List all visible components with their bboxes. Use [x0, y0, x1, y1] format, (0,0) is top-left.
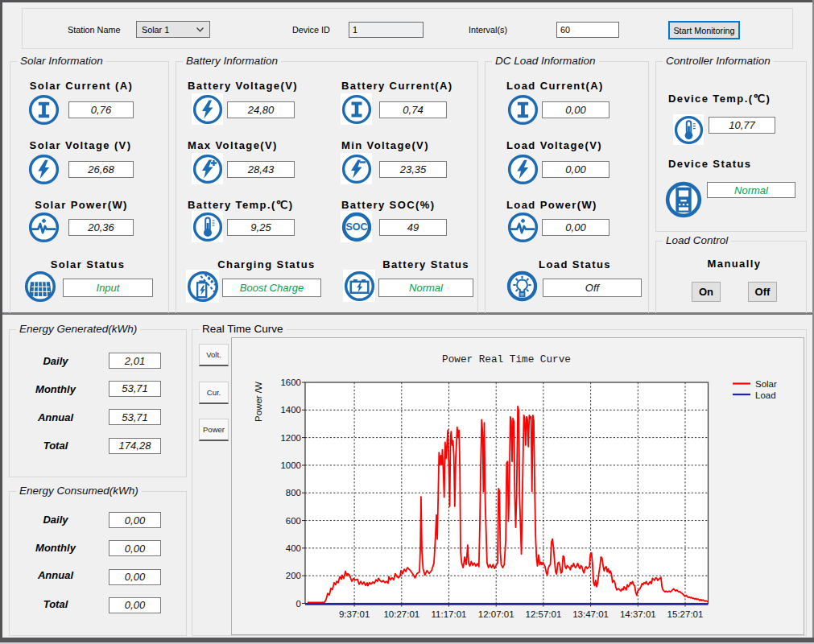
svg-text:SOC: SOC: [345, 221, 367, 233]
svg-text:Power Real Time Curve: Power Real Time Curve: [442, 353, 571, 365]
svg-text:800: 800: [286, 488, 301, 497]
svg-text:1200: 1200: [280, 433, 301, 443]
svg-text:Solar: Solar: [755, 379, 777, 389]
svg-text:Power /W: Power /W: [254, 382, 263, 422]
svg-text:13:47:01: 13:47:01: [572, 609, 609, 619]
svg-text:9:37:01: 9:37:01: [339, 609, 370, 619]
svg-text:10:27:01: 10:27:01: [383, 609, 419, 619]
svg-text:1000: 1000: [280, 460, 301, 470]
svg-text:1600: 1600: [280, 378, 301, 387]
svg-text:12:57:01: 12:57:01: [526, 609, 562, 619]
svg-text:14:37:01: 14:37:01: [620, 609, 656, 619]
svg-text:15:27:01: 15:27:01: [667, 609, 704, 619]
svg-text:11:17:01: 11:17:01: [432, 609, 467, 619]
svg-text:0: 0: [296, 599, 301, 609]
svg-text:1400: 1400: [280, 405, 301, 415]
svg-text:Load: Load: [755, 390, 776, 400]
svg-text:200: 200: [286, 571, 301, 580]
svg-text:12:07:01: 12:07:01: [478, 609, 514, 619]
svg-text:600: 600: [286, 516, 301, 526]
svg-text:400: 400: [286, 543, 301, 553]
